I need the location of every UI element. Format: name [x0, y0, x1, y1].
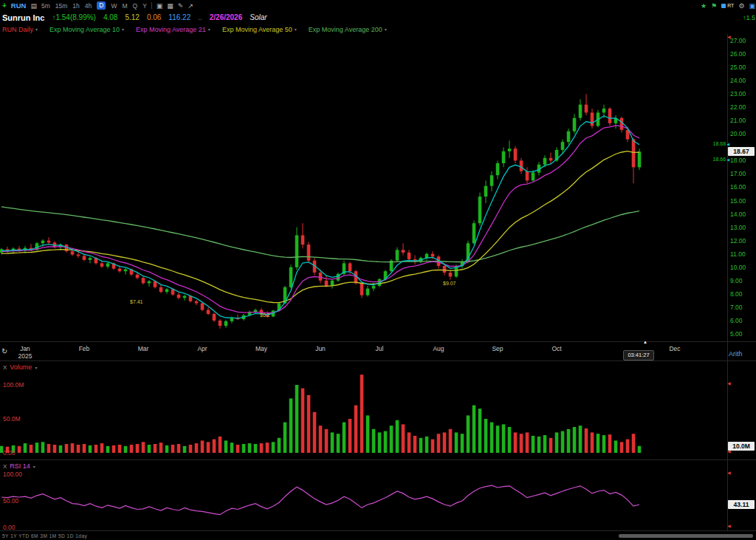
- remove-rsi-button[interactable]: X: [3, 463, 7, 470]
- timeframe-d[interactable]: D: [97, 1, 106, 10]
- symbol-ticker[interactable]: RUN: [11, 1, 27, 10]
- caret-down-icon: ▾: [295, 27, 297, 32]
- legend-item-label: Exp Moving Average 200: [309, 26, 382, 33]
- price-axis-label: 8.00: [730, 290, 743, 298]
- rsi-value-badge: 43.11: [728, 500, 755, 509]
- price-axis-label: 17.00: [730, 170, 746, 177]
- realtime-badge[interactable]: RT: [721, 3, 734, 8]
- price-chart-pane[interactable]: $7.41$6.2$9.07 27.0026.0025.0024.0023.00…: [0, 34, 756, 341]
- quote-bar: Sunrun Inc ↑1.54(8.99%) 4.08 5.12 0.06 1…: [0, 11, 756, 24]
- bid-price-label: 18.66◀: [698, 157, 729, 162]
- earnings-date: 2/26/2026: [210, 13, 243, 21]
- volume-pane[interactable]: X Volume ▾ 100.0M50.0M0.00 ◀ ◀ 10.0M: [0, 360, 756, 459]
- horizontal-scrollbar[interactable]: [619, 534, 753, 538]
- price-axis-label: 18.00: [730, 157, 746, 164]
- snapshot-icon[interactable]: ▣: [157, 2, 163, 10]
- countdown-timer: 03:41:27: [623, 350, 654, 360]
- price-axis-label: 23.00: [730, 90, 746, 98]
- rsi-indicator-label[interactable]: RSI 14: [10, 462, 30, 470]
- month-label: Dec: [665, 345, 684, 352]
- month-label: Mar: [134, 345, 153, 352]
- rsi-header[interactable]: X RSI 14 ▾: [3, 462, 35, 470]
- stat-1: 4.08: [103, 13, 117, 21]
- timeframe-y[interactable]: Y: [142, 2, 147, 10]
- legend-item-label: RUN Daily: [2, 26, 33, 33]
- candlestick-chart[interactable]: $7.41$6.2$9.07: [0, 34, 727, 341]
- layout-icon[interactable]: ▦: [167, 2, 173, 10]
- legend-item[interactable]: Exp Moving Average 200▾: [309, 26, 387, 33]
- range-shortcuts[interactable]: 5Y 1Y YTD 6M 3M 1M 5D 1D 1day: [2, 533, 87, 539]
- symbol-menu-icon[interactable]: ▤: [30, 2, 37, 10]
- legend-item[interactable]: Exp Moving Average 10▾: [49, 26, 124, 33]
- drawing-tools-icon[interactable]: ✎: [178, 2, 184, 10]
- legend-item[interactable]: Exp Moving Average 21▾: [136, 26, 210, 33]
- volume-axis-label: 50.0M: [3, 415, 21, 423]
- price-axis-label: 16.00: [730, 183, 746, 191]
- toolbar: + RUN ▤ 5m15m1h4hDWMQY ▣ ▦ ✎ ↗ ★ ⚑ RT ⚙ …: [0, 0, 756, 11]
- volume-bars[interactable]: [0, 361, 727, 459]
- realtime-icon: [721, 4, 726, 8]
- bid-arrow-icon: ◀: [726, 157, 729, 162]
- stat-2: 5.12: [125, 13, 139, 21]
- remove-volume-button[interactable]: X: [3, 364, 7, 371]
- timeframe-4h[interactable]: 4h: [85, 2, 92, 10]
- month-label: Feb: [75, 345, 94, 352]
- rsi-line-chart[interactable]: [0, 460, 727, 531]
- alert-marker-icon: ◀: [727, 35, 731, 39]
- bottom-bar: 5Y 1Y YTD 6M 3M 1M 5D 1D 1day: [0, 530, 756, 540]
- favorite-star-icon[interactable]: ★: [701, 2, 707, 10]
- month-label: Apr: [193, 345, 212, 352]
- flag-icon[interactable]: ⚑: [711, 2, 717, 10]
- ask-arrow-icon: ◀: [726, 142, 729, 146]
- legend-item-label: Exp Moving Average 10: [49, 26, 120, 33]
- price-axis-label: 9.00: [730, 277, 743, 284]
- ask-price-label: 18.68◀: [698, 141, 729, 146]
- add-symbol-icon[interactable]: +: [2, 1, 7, 10]
- rsi-axis-label: 100.00: [3, 471, 22, 478]
- price-axis-label: 11.00: [730, 250, 746, 258]
- price-axis-label: 22.00: [730, 103, 746, 111]
- sector-label: Solar: [250, 13, 267, 21]
- share-icon[interactable]: ↗: [188, 2, 193, 10]
- settings-gear-icon[interactable]: ⚙: [738, 2, 744, 10]
- volume-axis-label: 100.0M: [3, 381, 24, 389]
- scale-type-label[interactable]: Arith: [729, 350, 743, 358]
- svg-text:$7.41: $7.41: [130, 299, 143, 304]
- timeframe-m[interactable]: M: [122, 2, 127, 10]
- month-label: Jun: [311, 345, 330, 352]
- caret-down-icon: ▾: [35, 365, 37, 370]
- legend-item[interactable]: RUN Daily▾: [2, 26, 38, 33]
- volume-indicator-label[interactable]: Volume: [10, 363, 32, 371]
- alert-marker-icon: ◀: [727, 524, 731, 528]
- price-axis-label: 10.00: [730, 264, 746, 271]
- caret-down-icon: ▾: [385, 27, 387, 32]
- time-axis[interactable]: ↻ JanFebMarAprMayJunJulAugSepOctDec 2025…: [0, 341, 756, 361]
- month-label: Jul: [370, 345, 389, 352]
- legend-item[interactable]: Exp Moving Average 50▾: [222, 26, 297, 33]
- price-axis-label: 7.00: [730, 304, 743, 311]
- price-axis[interactable]: 27.0026.0025.0024.0023.0022.0021.0020.00…: [727, 34, 756, 341]
- toolbar-divider: [151, 2, 152, 9]
- svg-text:$6.2: $6.2: [260, 312, 270, 318]
- timeframe-15m[interactable]: 15m: [55, 2, 68, 10]
- current-bar-marker-icon: ▲: [643, 340, 647, 344]
- rsi-pane[interactable]: X RSI 14 ▾ 100.0050.000.00 ◀ ◀ 43.11: [0, 459, 756, 531]
- price-axis-label: 14.00: [730, 211, 746, 218]
- legend-item-label: Exp Moving Average 50: [222, 26, 292, 33]
- reset-chart-icon[interactable]: ↻: [1, 347, 7, 355]
- timeframe-5m[interactable]: 5m: [41, 2, 50, 10]
- chat-icon[interactable]: ▣: [749, 2, 755, 10]
- price-axis-label: 26.00: [730, 50, 746, 58]
- timeframe-1h[interactable]: 1h: [72, 2, 79, 10]
- svg-text:$9.07: $9.07: [443, 281, 456, 286]
- timeframe-q[interactable]: Q: [133, 2, 138, 10]
- year-label: 2025: [16, 352, 35, 360]
- price-axis-label: 27.00: [730, 37, 746, 44]
- last-price-badge: 18.67: [728, 147, 755, 156]
- axis-divider: [727, 34, 728, 530]
- timeframe-w[interactable]: W: [111, 2, 117, 10]
- price-axis-label: 13.00: [730, 224, 746, 231]
- price-axis-label: 6.00: [730, 317, 743, 324]
- volume-header[interactable]: X Volume ▾: [3, 363, 37, 371]
- trading-app: + RUN ▤ 5m15m1h4hDWMQY ▣ ▦ ✎ ↗ ★ ⚑ RT ⚙ …: [0, 0, 756, 540]
